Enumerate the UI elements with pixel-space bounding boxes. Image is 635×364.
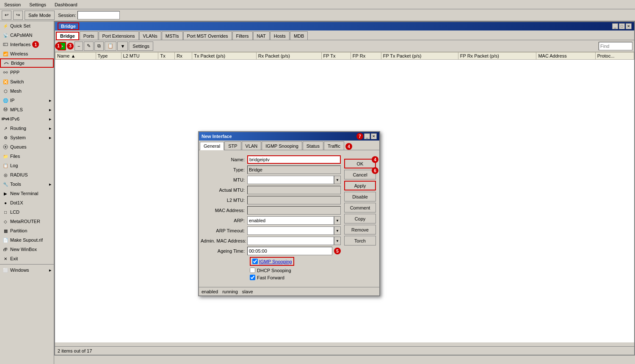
col-type[interactable]: Type	[96, 52, 121, 60]
admin-mac-dropdown[interactable]: ▼	[334, 237, 341, 245]
redo-button[interactable]: ↪	[13, 11, 23, 20]
sidebar-item-metarouter[interactable]: ◇ MetaROUTER	[0, 217, 54, 226]
dialog-tab-status[interactable]: Status	[303, 141, 323, 150]
arp-timeout-input[interactable]	[247, 226, 334, 235]
menu-dashboard[interactable]: Dashboard	[52, 1, 80, 8]
arp-dropdown-button[interactable]: ▼	[334, 216, 341, 225]
tab-mstis[interactable]: MSTIs	[162, 31, 183, 40]
sidebar-item-ppp[interactable]: PPP	[0, 68, 54, 77]
sidebar-item-partition[interactable]: ▦ Partition	[0, 226, 54, 235]
col-mac[interactable]: MAC Address	[536, 52, 595, 60]
sidebar-item-quick-set[interactable]: ⚡ Quick Set	[0, 21, 54, 30]
dialog-minimize-button[interactable]: _	[364, 133, 370, 139]
sidebar-item-bridge[interactable]: Bridge	[0, 58, 54, 68]
tab-hosts[interactable]: Hosts	[270, 31, 290, 40]
admin-mac-label: Admin. MAC Address:	[201, 238, 247, 243]
mtu-input[interactable]	[247, 176, 334, 184]
tab-filters[interactable]: Filters	[232, 31, 253, 40]
sidebar-item-make-supout[interactable]: 📄 Make Supout.rif	[0, 235, 54, 245]
sidebar-item-queues[interactable]: Queues	[0, 142, 54, 152]
sidebar-item-log[interactable]: 📋 Log	[0, 161, 54, 170]
dialog-tab-general[interactable]: General	[200, 142, 224, 150]
sidebar-item-new-terminal[interactable]: ▶ New Terminal	[0, 189, 54, 198]
session-input[interactable]	[77, 11, 120, 19]
sidebar-item-files[interactable]: 📁 Files	[0, 152, 54, 161]
disable-button[interactable]: Disable	[344, 192, 376, 201]
window-minimize-button[interactable]: _	[612, 23, 618, 29]
cancel-button[interactable]: Cancel	[344, 170, 376, 179]
dialog-tab-traffic[interactable]: Traffic	[324, 141, 344, 150]
fast-forward-checkbox[interactable]	[250, 275, 255, 280]
ageing-time-input[interactable]	[247, 247, 332, 255]
window-title-tab[interactable]: Bridge	[58, 22, 79, 30]
edit-button[interactable]: ✎	[84, 41, 94, 51]
name-input[interactable]	[247, 155, 341, 164]
menu-settings[interactable]: Settings	[27, 1, 49, 8]
copy-button[interactable]: Copy	[344, 214, 376, 223]
col-rx[interactable]: Rx	[175, 52, 192, 60]
apply-button[interactable]: Apply	[344, 181, 376, 190]
find-input[interactable]	[599, 42, 632, 50]
copy-toolbar-button[interactable]: ⧉	[94, 41, 104, 51]
col-fp-tx[interactable]: FP Tx	[321, 52, 351, 60]
undo-button[interactable]: ↩	[2, 11, 11, 20]
sidebar-item-mpls[interactable]: Ⓜ MPLS	[0, 105, 54, 114]
filter-button[interactable]: ▼	[117, 41, 128, 51]
safe-mode-button[interactable]: Safe Mode	[25, 11, 55, 20]
col-protoc[interactable]: Protoc...	[595, 52, 634, 60]
paste-button[interactable]: 📋	[105, 41, 116, 51]
arp-input[interactable]	[247, 216, 334, 225]
dialog-tab-igmp-snooping[interactable]: IGMP Snooping	[262, 141, 302, 150]
col-fp-tx-packet[interactable]: FP Tx Packet (p/s)	[381, 52, 458, 60]
sidebar-item-lcd[interactable]: □ LCD	[0, 207, 54, 217]
new-interface-dialog: New Interface 7 _ ✕ General STP VLAN IGM…	[198, 131, 380, 296]
torch-button[interactable]: Torch	[344, 236, 376, 245]
dialog-tab-stp[interactable]: STP	[224, 141, 241, 150]
admin-mac-input[interactable]	[247, 237, 334, 245]
sidebar-item-new-winbox[interactable]: 🗗 New WinBox	[0, 245, 54, 254]
tab-bridge[interactable]: Bridge	[56, 32, 79, 40]
sidebar-item-system[interactable]: ⚙ System	[0, 133, 54, 142]
tab-mdb[interactable]: MDB	[290, 31, 308, 40]
window-close-button[interactable]: ✕	[626, 23, 632, 29]
ok-button[interactable]: OK	[344, 159, 376, 168]
sidebar-item-switch[interactable]: 🔀 Switch	[0, 77, 54, 86]
col-name[interactable]: Name ▲	[55, 52, 96, 60]
remove-button[interactable]: Remove	[344, 225, 376, 234]
sidebar-item-radius[interactable]: ◎ RADIUS	[0, 170, 54, 179]
dhcp-snooping-checkbox[interactable]	[250, 267, 255, 273]
sidebar-item-capsman[interactable]: 📡 CAPsMAN	[0, 30, 54, 40]
col-l2mtu[interactable]: L2 MTU	[121, 52, 158, 60]
col-tx[interactable]: Tx	[158, 52, 175, 60]
dialog-close-button[interactable]: ✕	[371, 133, 377, 139]
tab-port-extensions[interactable]: Port Extensions	[99, 31, 139, 40]
sidebar-item-interfaces[interactable]: Interfaces 1	[0, 40, 54, 49]
settings-button[interactable]: Settings	[129, 41, 153, 51]
sidebar-item-ip[interactable]: 🌐 IP	[0, 96, 54, 105]
tab-nat[interactable]: NAT	[253, 31, 270, 40]
sidebar-item-windows[interactable]: ⬜ Windows	[0, 265, 54, 275]
sidebar-item-mesh[interactable]: ⬡ Mesh	[0, 86, 54, 96]
tab-ports[interactable]: Ports	[80, 31, 98, 40]
comment-button[interactable]: Comment	[344, 203, 376, 212]
sidebar-item-tools[interactable]: 🔧 Tools	[0, 179, 54, 189]
col-fp-rx-packet[interactable]: FP Rx Packet (p/s)	[458, 52, 536, 60]
tab-port-mst-overrides[interactable]: Port MST Overrides	[183, 31, 232, 40]
remove-toolbar-button[interactable]: −	[75, 41, 83, 51]
tab-vlans[interactable]: VLANs	[139, 31, 161, 40]
mtu-dropdown-button[interactable]: ▼	[334, 176, 341, 184]
menu-session[interactable]: Session	[2, 1, 23, 8]
sidebar-item-ipv6[interactable]: IPv6 IPv6	[0, 114, 54, 124]
col-tx-packet[interactable]: Tx Packet (p/s)	[192, 52, 257, 60]
igmp-snooping-checkbox[interactable]	[252, 259, 258, 264]
window-maximize-button[interactable]: □	[619, 23, 625, 29]
arp-timeout-dropdown[interactable]: ▼	[334, 226, 341, 235]
dialog-tab-vlan[interactable]: VLAN	[242, 141, 262, 150]
sidebar-item-exit[interactable]: ✕ Exit	[0, 254, 54, 263]
igmp-snooping-label[interactable]: IGMP Snooping	[259, 259, 292, 264]
sidebar-item-dot1x[interactable]: ● Dot1X	[0, 198, 54, 207]
sidebar-item-wireless[interactable]: 📶 Wireless	[0, 49, 54, 58]
col-rx-packet[interactable]: Rx Packet (p/s)	[256, 52, 321, 60]
col-fp-rx[interactable]: FP Rx	[351, 52, 381, 60]
sidebar-item-routing[interactable]: ↗ Routing	[0, 124, 54, 133]
